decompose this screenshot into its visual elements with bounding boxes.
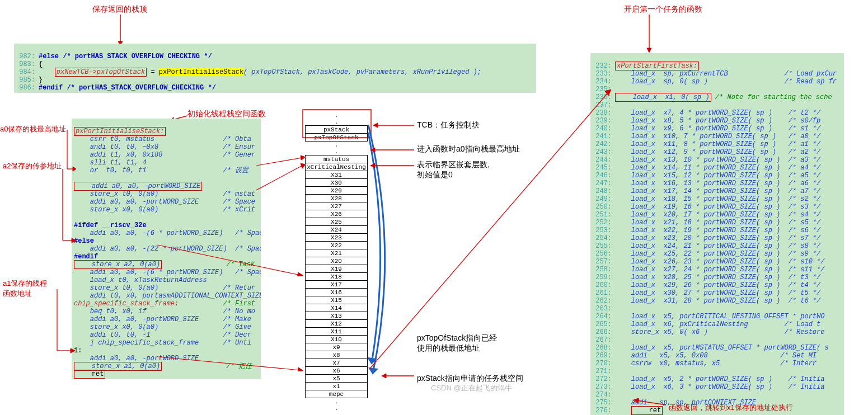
tcb-box (302, 109, 372, 140)
arrow-a1-thread (56, 288, 76, 355)
anno-init-stack-fn: 初始化线程栈空间函数 (187, 109, 266, 119)
anno-pxstack-space: pxStack指向申请的任务栈空间 (417, 374, 523, 384)
svg-line-19 (158, 357, 301, 370)
svg-marker-22 (301, 155, 306, 160)
anno-save-stacktop: 保存返回的栈顶 (92, 4, 147, 15)
arrow-mepc-to-x1 (369, 88, 613, 374)
arrow-a2-store (158, 243, 305, 276)
anno-a1-thread: a1保存的线程 函数地址 (3, 279, 47, 299)
svg-marker-30 (72, 238, 76, 243)
anno-start-first-task: 开启第一个任务的函数 (624, 4, 702, 15)
stack-table: . . pxStack pxTopOfStack . . mstatusxCri… (305, 112, 368, 412)
code-block-1: 982:#else /* portHAS_STACK_OVERFLOW_CHEC… (14, 44, 536, 93)
arrow-top-right (644, 15, 655, 54)
svg-marker-16 (382, 374, 386, 378)
arrow-top-left (115, 15, 126, 45)
svg-rect-6 (303, 110, 371, 138)
svg-marker-37 (634, 398, 639, 403)
arrow-a2-param (62, 168, 76, 246)
svg-line-36 (637, 400, 666, 405)
arrow-ret (632, 398, 669, 408)
code-block-3: 232:xPortStartFirstTask: 233: load_x sp,… (590, 53, 844, 415)
svg-line-17 (158, 245, 301, 275)
arrow-a1-store (158, 355, 305, 371)
svg-marker-20 (298, 367, 303, 371)
svg-marker-3 (647, 48, 651, 53)
anno-a0-high: a0保存的栈最高地址 (0, 124, 66, 134)
arrow-a0-high (66, 129, 76, 173)
anno-a2-param: a2保存的传参地址 (3, 161, 62, 171)
anno-ret: 函数返回，跳转到x1保存的地址处执行 (669, 403, 793, 413)
svg-line-23 (256, 166, 302, 190)
arrow-xcrit (256, 163, 307, 194)
watermark: CSDN @正在起飞的蜗牛 (431, 383, 512, 393)
svg-marker-33 (71, 348, 75, 353)
svg-line-34 (369, 92, 609, 369)
svg-marker-24 (301, 163, 306, 168)
svg-marker-18 (297, 272, 303, 276)
